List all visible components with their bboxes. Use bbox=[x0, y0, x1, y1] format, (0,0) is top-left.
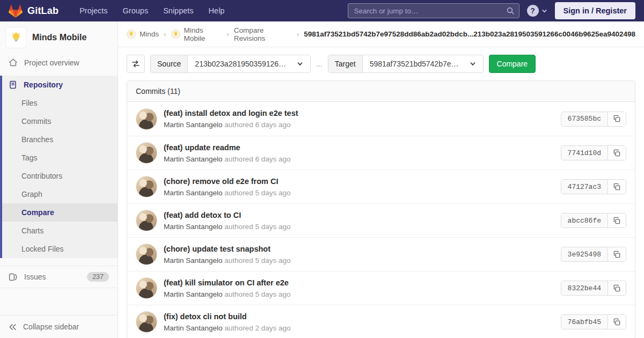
project-avatar-small bbox=[171, 30, 180, 39]
commit-sha-link[interactable]: 76abfb45 bbox=[561, 315, 608, 329]
copy-sha-button[interactable] bbox=[608, 146, 626, 160]
breadcrumb-label: Minds Mobile bbox=[184, 26, 222, 42]
commit-info: (chore) update test snapshot Martin Sant… bbox=[164, 244, 561, 266]
commit-meta: Martin Santangelo authored 5 days ago bbox=[164, 188, 561, 198]
commit-authored-time: authored 5 days ago bbox=[224, 256, 290, 264]
swap-revisions-button[interactable] bbox=[127, 55, 145, 73]
commit-row: (feat) kill simulator on CI after e2e Ma… bbox=[127, 271, 635, 305]
commit-sha-link[interactable]: 7741d10d bbox=[561, 146, 608, 160]
copy-sha-button[interactable] bbox=[608, 315, 626, 329]
gitlab-home-link[interactable]: GitLab bbox=[9, 4, 58, 18]
author-avatar[interactable] bbox=[136, 277, 157, 299]
commit-authored-time: authored 2 days ago bbox=[224, 324, 290, 332]
main-content: Minds › Minds Mobile › Compare Revisions… bbox=[118, 21, 644, 338]
commit-author-link[interactable]: Martin Santangelo bbox=[164, 155, 223, 163]
copy-icon bbox=[613, 284, 621, 292]
commit-author-link[interactable]: Martin Santangelo bbox=[164, 189, 223, 197]
commit-title-link[interactable]: (feat) update readme bbox=[164, 142, 561, 153]
commit-sha-group: abcc86fe bbox=[561, 213, 626, 228]
copy-sha-button[interactable] bbox=[608, 112, 626, 126]
help-menu[interactable]: ? bbox=[527, 5, 547, 17]
commit-info: (feat) kill simulator on CI after e2e Ma… bbox=[164, 277, 561, 299]
help-icon: ? bbox=[527, 5, 539, 17]
top-navbar: GitLab ProjectsGroupsSnippetsHelp ? Sign… bbox=[0, 0, 644, 21]
breadcrumb-current-range: 5981af73521bd5742b7e97528dd86ab2ad02bdcb… bbox=[304, 30, 635, 38]
nav-link[interactable]: Projects bbox=[74, 3, 113, 18]
source-ref-dropdown[interactable]: 213b023a281950359126… bbox=[188, 55, 310, 72]
commit-title-link[interactable]: (chore) update test snapshot bbox=[164, 244, 561, 254]
sidebar-subitem[interactable]: Commits bbox=[2, 112, 118, 130]
commit-meta: Martin Santangelo authored 6 days ago bbox=[164, 155, 561, 164]
commit-title-link[interactable]: (chore) remove old e2e from CI bbox=[164, 176, 561, 187]
target-ref-dropdown[interactable]: 5981af73521bd5742b7e… bbox=[363, 55, 483, 72]
group-avatar bbox=[127, 30, 136, 39]
author-avatar[interactable] bbox=[136, 176, 157, 197]
commit-authored-time: authored 5 days ago bbox=[224, 290, 290, 298]
commit-sha-link[interactable]: 8322be44 bbox=[561, 281, 608, 295]
compare-button[interactable]: Compare bbox=[489, 55, 536, 73]
nav-link[interactable]: Snippets bbox=[157, 3, 199, 18]
swap-icon bbox=[131, 60, 140, 68]
sidebar-item-project-overview[interactable]: Project overview bbox=[0, 54, 118, 71]
sidebar-subitem[interactable]: Files bbox=[2, 94, 118, 112]
commit-sha-link[interactable]: 3e925498 bbox=[561, 247, 608, 261]
collapse-sidebar-button[interactable]: Collapse sidebar bbox=[0, 315, 118, 338]
commit-sha-link[interactable]: abcc86fe bbox=[561, 214, 608, 227]
sidebar-subitem[interactable]: Compare bbox=[2, 203, 118, 222]
copy-sha-button[interactable] bbox=[608, 247, 626, 261]
nav-link[interactable]: Help bbox=[203, 3, 231, 18]
sign-in-button[interactable]: Sign in / Register bbox=[555, 2, 635, 19]
sidebar-item-issues[interactable]: Issues 237 bbox=[0, 268, 118, 286]
commit-sha-link[interactable]: 47127ac3 bbox=[561, 180, 608, 194]
commit-info: (feat) update readme Martin Santangelo a… bbox=[164, 142, 561, 164]
sidebar-section-repository: Repository FilesCommitsBranchesTagsContr… bbox=[0, 76, 118, 258]
commit-row: (chore) remove old e2e from CI Martin Sa… bbox=[127, 170, 635, 203]
sidebar-subitem[interactable]: Contributors bbox=[2, 167, 118, 185]
author-avatar[interactable] bbox=[136, 108, 157, 130]
commit-title-link[interactable]: (fix) detox cli not build bbox=[164, 311, 561, 322]
breadcrumb-compare-link[interactable]: Compare Revisions bbox=[234, 26, 292, 42]
sidebar-project-link[interactable]: Minds Mobile bbox=[0, 21, 118, 54]
copy-sha-button[interactable] bbox=[608, 281, 626, 295]
breadcrumb-group-link[interactable]: Minds bbox=[127, 30, 159, 39]
sidebar-subitem[interactable]: Branches bbox=[2, 130, 118, 149]
target-ref-value: 5981af73521bd5742b7e… bbox=[370, 60, 459, 68]
commit-title-link[interactable]: (feat) install detox and login e2e test bbox=[164, 108, 561, 119]
commit-sha-group: 8322be44 bbox=[561, 281, 626, 296]
commit-title-link[interactable]: (feat) kill simulator on CI after e2e bbox=[164, 277, 561, 288]
commit-author-link[interactable]: Martin Santangelo bbox=[164, 290, 223, 298]
sidebar-item-repository[interactable]: Repository bbox=[2, 76, 118, 94]
author-avatar[interactable] bbox=[136, 142, 157, 164]
commit-title-link[interactable]: (feat) add detox to CI bbox=[164, 210, 561, 221]
double-chevron-left-icon bbox=[9, 323, 17, 331]
author-avatar[interactable] bbox=[136, 210, 157, 231]
sidebar-subitem[interactable]: Locked Files bbox=[2, 240, 118, 258]
commit-info: (feat) install detox and login e2e test … bbox=[164, 108, 561, 130]
breadcrumb-project-link[interactable]: Minds Mobile bbox=[171, 26, 222, 42]
commit-row: (feat) install detox and login e2e test … bbox=[127, 102, 635, 136]
author-avatar[interactable] bbox=[136, 244, 157, 265]
commit-meta: Martin Santangelo authored 5 days ago bbox=[164, 256, 561, 266]
sidebar-subitem[interactable]: Graph bbox=[2, 185, 118, 203]
search-input[interactable] bbox=[348, 3, 519, 18]
project-avatar bbox=[5, 27, 27, 48]
commit-sha-group: 673585bc bbox=[561, 112, 626, 127]
compare-content: Source 213b023a281950359126… ... Target … bbox=[118, 47, 644, 338]
nav-link[interactable]: Groups bbox=[117, 3, 155, 18]
author-avatar[interactable] bbox=[136, 311, 157, 333]
copy-sha-button[interactable] bbox=[608, 214, 626, 227]
commit-author-link[interactable]: Martin Santangelo bbox=[164, 256, 223, 264]
document-icon bbox=[9, 80, 17, 89]
breadcrumb: Minds › Minds Mobile › Compare Revisions… bbox=[118, 21, 644, 47]
copy-sha-button[interactable] bbox=[608, 180, 626, 194]
breadcrumb-label: Compare Revisions bbox=[234, 26, 292, 42]
commit-author-link[interactable]: Martin Santangelo bbox=[164, 121, 223, 129]
sidebar-subitem[interactable]: Charts bbox=[2, 222, 118, 240]
commit-info: (chore) remove old e2e from CI Martin Sa… bbox=[164, 176, 561, 198]
sidebar-subitem[interactable]: Tags bbox=[2, 149, 118, 167]
commit-author-link[interactable]: Martin Santangelo bbox=[164, 324, 223, 332]
commit-info: (feat) add detox to CI Martin Santangelo… bbox=[164, 210, 561, 232]
copy-icon bbox=[613, 251, 621, 259]
commit-author-link[interactable]: Martin Santangelo bbox=[164, 223, 223, 231]
commit-sha-link[interactable]: 673585bc bbox=[561, 112, 608, 126]
